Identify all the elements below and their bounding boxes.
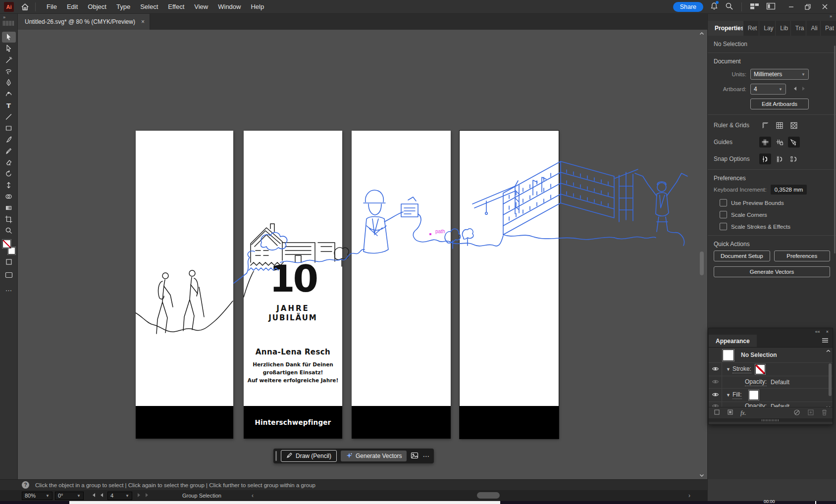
first-artboard-icon[interactable] xyxy=(91,493,96,499)
restore-button[interactable] xyxy=(799,0,816,13)
document-setup-button[interactable]: Document Setup xyxy=(714,251,770,261)
artboard-3[interactable] xyxy=(352,131,451,439)
menu-effect[interactable]: Effect xyxy=(163,0,189,13)
tool-magic-wand[interactable] xyxy=(2,54,16,65)
tab-tra[interactable]: Tra xyxy=(790,21,806,36)
tab-ali[interactable]: Ali xyxy=(806,21,820,36)
show-grid-icon[interactable] xyxy=(774,120,785,131)
artboard-3-surface[interactable] xyxy=(352,131,451,406)
menu-file[interactable]: File xyxy=(42,0,62,13)
stroke-opacity-label[interactable]: Opacity: xyxy=(745,378,767,386)
tool-eraser[interactable] xyxy=(2,157,16,168)
home-icon[interactable] xyxy=(21,3,29,11)
tool-rectangle[interactable] xyxy=(2,123,16,134)
stroke-opacity-eye-icon[interactable] xyxy=(712,379,719,386)
notifications-bell-icon[interactable] xyxy=(710,2,718,12)
collapsed-dock[interactable]: » xyxy=(0,14,18,30)
rows-scroll-down-icon[interactable] xyxy=(826,406,831,407)
fill-expand-icon[interactable]: ▼ xyxy=(726,393,731,398)
draw-pencil-button[interactable]: Draw (Pencil) xyxy=(281,450,337,462)
preview-image-icon[interactable] xyxy=(411,452,418,460)
rotation-dropdown[interactable]: 0°▼ xyxy=(55,492,84,500)
stroke-visibility-eye-icon[interactable] xyxy=(712,366,719,373)
current-artboard-dropdown[interactable]: 4▼ xyxy=(107,492,132,500)
hscroll-right-icon[interactable]: › xyxy=(688,492,690,499)
generate-vectors-quick-button[interactable]: Generate Vectors xyxy=(714,266,830,277)
artboard-dropdown[interactable]: 4 ▼ xyxy=(750,84,786,95)
fill-opacity-label[interactable]: Opacity: xyxy=(745,403,767,407)
menu-select[interactable]: Select xyxy=(135,0,163,13)
panel-scrollbar[interactable] xyxy=(834,46,836,253)
stroke-label[interactable]: Stroke: xyxy=(732,365,751,373)
arrange-documents-icon[interactable] xyxy=(750,2,759,11)
appearance-scrollbar-thumb[interactable] xyxy=(829,363,832,396)
snap-to-pixel-icon[interactable] xyxy=(788,153,800,164)
expand-dock-icon[interactable]: » xyxy=(3,15,5,20)
menu-edit[interactable]: Edit xyxy=(62,0,83,13)
tool-lasso[interactable] xyxy=(2,66,16,77)
show-guides-icon[interactable] xyxy=(759,137,771,148)
tool-paintbrush[interactable] xyxy=(2,134,16,145)
tool-scale[interactable] xyxy=(2,180,16,191)
tab-lay[interactable]: Lay xyxy=(759,21,775,36)
fill-stroke-swatches[interactable] xyxy=(2,240,15,254)
artboard-2[interactable]: 10 JAHRE JUBILÄUM Anna-Lena Resch Herzli… xyxy=(244,131,342,439)
scrollbar-thumb[interactable] xyxy=(700,252,704,275)
lock-guides-icon[interactable] xyxy=(774,137,785,148)
clear-appearance-icon[interactable] xyxy=(793,409,800,417)
use-preview-bounds-checkbox[interactable] xyxy=(720,199,727,206)
zoom-level-dropdown[interactable]: 80%▼ xyxy=(22,492,52,500)
menu-view[interactable]: View xyxy=(189,0,213,13)
smart-guides-icon[interactable] xyxy=(788,137,800,148)
help-icon[interactable]: ? xyxy=(22,481,29,489)
generate-vectors-button[interactable]: Generate Vectors xyxy=(341,451,407,461)
canvas[interactable]: 10 JAHRE JUBILÄUM Anna-Lena Resch Herzli… xyxy=(18,30,707,479)
document-tab[interactable]: Untitled-26.svg* @ 80 % (CMYK/Preview) × xyxy=(18,14,150,30)
fill-visibility-eye-icon[interactable] xyxy=(712,392,719,399)
scale-corners-checkbox[interactable] xyxy=(720,211,727,218)
appearance-tab[interactable]: Appearance xyxy=(709,335,757,347)
collapse-panels-icon[interactable]: » xyxy=(708,14,836,21)
hscroll-thumb[interactable] xyxy=(477,492,500,499)
duplicate-item-icon[interactable] xyxy=(807,409,814,417)
tool-zoom[interactable] xyxy=(2,225,16,236)
tool-rotate[interactable] xyxy=(2,168,16,179)
keyboard-increment-field[interactable]: 0,3528 mm xyxy=(771,185,807,195)
next-artboard-icon[interactable] xyxy=(802,86,806,93)
panel-menu-icon[interactable] xyxy=(822,338,829,345)
menu-type[interactable]: Type xyxy=(111,0,135,13)
artboard-4-surface[interactable] xyxy=(460,131,559,406)
canvas-vertical-scrollbar[interactable] xyxy=(698,31,705,478)
screen-mode-icon[interactable] xyxy=(5,272,13,280)
add-new-stroke-icon[interactable] xyxy=(714,409,720,417)
fill-color-swatch[interactable] xyxy=(749,390,759,400)
tab-pat[interactable]: Pat xyxy=(820,21,836,36)
scroll-up-icon[interactable] xyxy=(699,32,704,35)
workspace-switcher-icon[interactable] xyxy=(766,2,776,11)
preferences-button[interactable]: Preferences xyxy=(774,251,831,261)
collapse-panel-icon[interactable]: «« xyxy=(815,329,820,334)
hscroll-left-icon[interactable]: ‹ xyxy=(252,492,254,499)
fill-label[interactable]: Fill: xyxy=(732,391,742,399)
last-artboard-icon[interactable] xyxy=(145,493,150,499)
menu-window[interactable]: Window xyxy=(213,0,246,13)
stroke-swatch[interactable] xyxy=(8,247,15,254)
stroke-expand-icon[interactable]: ▼ xyxy=(726,367,731,372)
draw-mode-icon[interactable] xyxy=(5,258,12,267)
tool-gradient[interactable] xyxy=(2,202,16,213)
units-dropdown[interactable]: Millimeters ▼ xyxy=(750,69,809,80)
snap-to-grid-icon[interactable] xyxy=(774,153,785,164)
next-artboard-status-icon[interactable] xyxy=(137,493,141,499)
tool-line-segment[interactable] xyxy=(2,111,16,122)
minimize-button[interactable] xyxy=(783,0,799,13)
previous-artboard-status-icon[interactable] xyxy=(100,493,104,499)
stroke-color-swatch[interactable] xyxy=(755,364,765,374)
delete-item-icon[interactable] xyxy=(821,409,828,417)
snap-to-point-icon[interactable] xyxy=(759,153,771,164)
taskbar-more-icon[interactable]: ⋯ xyxy=(422,452,430,460)
share-button[interactable]: Share xyxy=(673,2,703,12)
tool-artboard[interactable] xyxy=(2,214,16,225)
fill-swatch[interactable] xyxy=(2,240,11,248)
previous-artboard-icon[interactable] xyxy=(793,86,797,93)
artboard-2-surface[interactable]: 10 JAHRE JUBILÄUM Anna-Lena Resch Herzli… xyxy=(244,131,342,406)
